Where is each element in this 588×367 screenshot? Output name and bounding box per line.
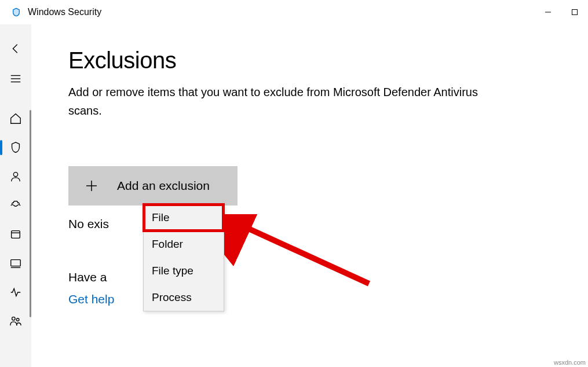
dropdown-item-process[interactable]: Process (144, 284, 224, 311)
back-button[interactable] (0, 35, 31, 63)
dropdown-item-filetype[interactable]: File type (144, 258, 224, 284)
menu-button[interactable] (0, 65, 31, 93)
plus-icon (85, 179, 98, 193)
watermark: wsxdn.com (554, 359, 586, 366)
sidebar-item-device-security[interactable] (0, 249, 31, 278)
svg-rect-8 (11, 260, 21, 266)
add-exclusion-label: Add an exclusion (117, 179, 210, 193)
sidebar-item-app-browser[interactable] (0, 220, 31, 249)
titlebar: Windows Security (0, 0, 588, 24)
svg-rect-6 (12, 231, 20, 238)
sidebar-item-family[interactable] (0, 307, 31, 336)
window-title: Windows Security (28, 7, 101, 17)
svg-point-10 (12, 317, 15, 321)
help-link[interactable]: Get help (68, 292, 114, 306)
page-description: Add or remove items that you want to exc… (68, 83, 503, 120)
svg-rect-1 (572, 10, 578, 15)
sidebar-item-device-performance[interactable] (0, 278, 31, 307)
sidebar-item-firewall[interactable] (0, 191, 31, 220)
titlebar-controls (535, 0, 588, 24)
dropdown-item-file[interactable]: File (144, 204, 224, 231)
content-area: Exclusions Add or remove items that you … (31, 24, 588, 367)
svg-point-11 (16, 318, 19, 321)
no-exclusions-text: No exis (68, 217, 553, 231)
page-title: Exclusions (68, 47, 553, 74)
app-icon (12, 8, 21, 17)
maximize-button[interactable] (561, 0, 588, 24)
sidebar-item-virus-protection[interactable] (0, 133, 31, 162)
dropdown-item-folder[interactable]: Folder (144, 231, 224, 258)
add-exclusion-button[interactable]: Add an exclusion (68, 166, 238, 205)
main-area: Exclusions Add or remove items that you … (0, 24, 588, 367)
minimize-button[interactable] (535, 0, 561, 24)
titlebar-left: Windows Security (12, 7, 101, 17)
svg-point-5 (13, 173, 17, 177)
sidebar-item-account[interactable] (0, 162, 31, 191)
sidebar-item-home[interactable] (0, 104, 31, 133)
question-heading: Have a (68, 270, 553, 284)
sidebar (0, 24, 31, 367)
exclusion-type-dropdown: File Folder File type Process (143, 204, 224, 311)
